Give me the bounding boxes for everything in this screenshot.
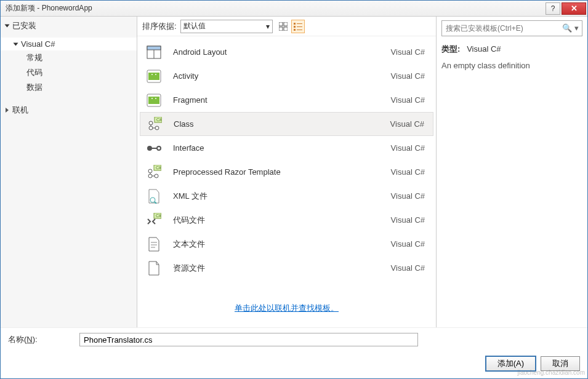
svg-point-20	[155, 98, 156, 99]
template-code-icon: C#	[146, 212, 162, 228]
template-name: Activity	[173, 71, 391, 81]
sort-value: 默认值	[183, 21, 206, 31]
detail-description: An empty class definition	[441, 61, 582, 70]
svg-rect-1	[284, 22, 288, 26]
close-button[interactable]: ✕	[562, 2, 586, 15]
template-name: 文本文件	[173, 239, 391, 250]
template-row-3[interactable]: C#ClassVisual C#	[140, 112, 433, 136]
detail-pane: 🔍 ▾ 类型: Visual C# An empty class definit…	[437, 17, 587, 327]
search-icon[interactable]: 🔍 ▾	[562, 23, 579, 33]
template-xml-icon	[146, 188, 162, 204]
svg-rect-3	[284, 27, 288, 31]
sidebar-online[interactable]: 联机	[1, 101, 137, 119]
template-list[interactable]: Android LayoutVisual C#ActivityVisual C#…	[137, 36, 436, 294]
template-name: XML 文件	[173, 191, 391, 202]
button-row: 添加(A) 取消	[8, 356, 580, 371]
tree-node-csharp[interactable]: Visual C#	[1, 38, 137, 50]
template-row-8[interactable]: 文本文件Visual C#	[140, 232, 433, 256]
online-link-area: 单击此处以联机并查找模板。	[137, 294, 436, 327]
template-row-0[interactable]: Android LayoutVisual C#	[140, 40, 433, 64]
sort-label: 排序依据:	[142, 21, 177, 32]
svg-text:C#: C#	[156, 166, 161, 170]
svg-text:C#: C#	[156, 213, 161, 218]
template-name: Interface	[173, 143, 391, 153]
template-lang: Visual C#	[391, 191, 425, 201]
view-grid-button[interactable]	[276, 20, 290, 33]
search-wrapper: 🔍 ▾	[441, 20, 582, 36]
detail-type: 类型: Visual C#	[441, 44, 582, 55]
svg-point-34	[148, 174, 152, 178]
sidebar-online-label: 联机	[12, 105, 28, 116]
template-row-2[interactable]: FragmentVisual C#	[140, 88, 433, 112]
template-row-5[interactable]: C#Preprocessed Razor TemplateVisual C#	[140, 160, 433, 184]
tree-label: 常规	[26, 52, 42, 63]
titlebar: 添加新项 - PhonewordApp ? ✕	[1, 1, 587, 17]
detail-type-value: Visual C#	[467, 44, 501, 54]
svg-point-24	[149, 126, 153, 130]
tree-label: 数据	[26, 82, 42, 93]
template-name: Preprocessed Razor Template	[173, 167, 391, 177]
svg-point-30	[157, 146, 161, 150]
svg-rect-14	[148, 73, 159, 80]
template-name: Fragment	[173, 95, 391, 105]
svg-text:C#: C#	[156, 118, 162, 122]
template-lang: Visual C#	[391, 71, 425, 81]
template-lang: Visual C#	[391, 239, 425, 249]
svg-rect-0	[279, 22, 283, 26]
template-row-7[interactable]: C#代码文件Visual C#	[140, 208, 433, 232]
template-row-9[interactable]: 资源文件Visual C#	[140, 256, 433, 280]
template-class-icon: C#	[147, 116, 163, 132]
template-name: Android Layout	[173, 47, 391, 57]
template-name: 代码文件	[173, 215, 391, 226]
svg-rect-8	[294, 29, 296, 31]
sidebar-installed-label: 已安装	[12, 20, 36, 31]
window-controls: ? ✕	[546, 2, 587, 15]
sort-dropdown[interactable]: 默认值 ▾	[180, 20, 273, 33]
template-android-icon	[146, 92, 162, 108]
sidebar: 已安装 Visual C# 常规 代码 数据 联机	[1, 17, 137, 327]
svg-point-15	[151, 74, 153, 75]
tree-label: Visual C#	[21, 39, 55, 49]
template-lang: Visual C#	[391, 167, 425, 177]
template-razor-icon: C#	[146, 164, 162, 180]
template-row-6[interactable]: XML 文件Visual C#	[140, 184, 433, 208]
toolbar: 排序依据: 默认值 ▾	[137, 17, 436, 36]
help-button[interactable]: ?	[546, 2, 560, 15]
template-interface-icon	[146, 140, 162, 156]
online-search-link[interactable]: 单击此处以联机并查找模板。	[235, 303, 339, 313]
watermark: jiaocheng.chazidian.com	[517, 369, 585, 376]
svg-rect-2	[279, 27, 283, 31]
tree-label: 代码	[26, 67, 42, 78]
view-list-button[interactable]	[291, 20, 305, 33]
template-lang: Visual C#	[391, 263, 425, 273]
svg-rect-6	[294, 26, 296, 28]
template-name: 资源文件	[173, 263, 391, 274]
template-area: 排序依据: 默认值 ▾ Android LayoutVisual C#Activ…	[137, 17, 437, 327]
main-area: 已安装 Visual C# 常规 代码 数据 联机 排序依据:	[1, 17, 587, 327]
sidebar-tree: Visual C# 常规 代码 数据	[1, 35, 137, 97]
sidebar-installed[interactable]: 已安装	[1, 17, 137, 35]
name-input[interactable]	[79, 333, 418, 346]
svg-rect-9	[297, 30, 302, 30]
view-buttons	[276, 20, 305, 33]
svg-rect-4	[294, 23, 296, 25]
list-icon	[294, 22, 302, 31]
tree-node-general[interactable]: 常规	[1, 50, 137, 65]
triangle-icon	[14, 42, 18, 46]
triangle-icon	[6, 108, 9, 113]
search-input[interactable]	[441, 20, 582, 36]
svg-rect-7	[297, 26, 302, 27]
tree-node-code[interactable]: 代码	[1, 65, 137, 80]
template-text-icon	[146, 236, 162, 252]
template-lang: Visual C#	[391, 215, 425, 225]
chevron-down-icon: ▾	[266, 22, 270, 31]
template-row-1[interactable]: ActivityVisual C#	[140, 64, 433, 88]
template-lang: Visual C#	[391, 47, 425, 57]
template-lang: Visual C#	[391, 143, 425, 153]
tree-node-data[interactable]: 数据	[1, 80, 137, 95]
template-row-4[interactable]: InterfaceVisual C#	[140, 136, 433, 160]
svg-rect-5	[297, 23, 302, 24]
svg-point-16	[155, 74, 156, 75]
svg-point-25	[155, 126, 159, 130]
triangle-icon	[5, 25, 10, 28]
